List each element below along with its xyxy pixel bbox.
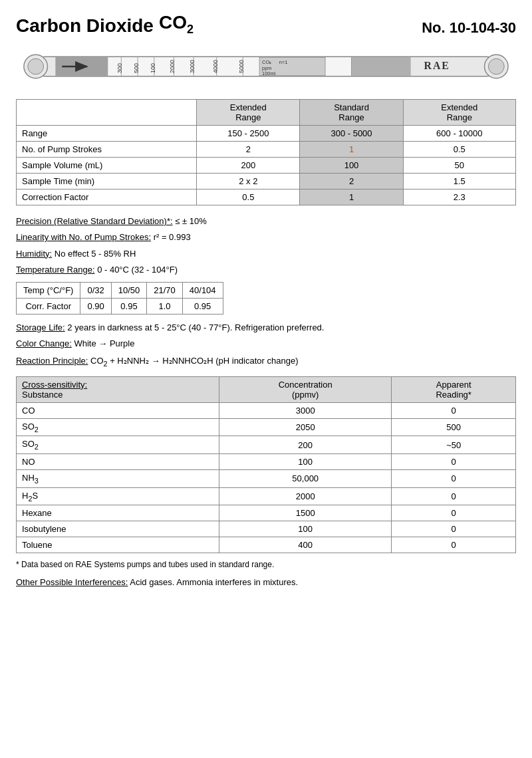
cross-reading-6: 0 [392, 505, 516, 521]
other-interferences-line: Other Possible Interferences: Acid gases… [16, 576, 516, 589]
table-row: H2S 2000 0 [17, 487, 516, 505]
table-header-empty [17, 99, 197, 125]
tube-diagram: 300 500 100 2000 3000 4000 5000 CO₂ ppm … [16, 43, 516, 90]
svg-point-29 [28, 59, 44, 74]
row-label-pump: No. of Pump Strokes [17, 141, 197, 157]
row-val-volume-3: 50 [403, 157, 515, 173]
row-val-pump-2: 1 [300, 141, 403, 157]
humidity-label: Humidity: [16, 249, 52, 259]
color-change-line: Color Change: White → Purple [16, 337, 516, 351]
corr-val-3: 0.95 [182, 298, 223, 314]
cross-header-concentration: Concentration(ppmv) [219, 376, 392, 402]
svg-text:100: 100 [150, 63, 156, 73]
footnote: * Data based on RAE Systems pumps and tu… [16, 560, 516, 569]
color-change-label: Color Change: [16, 338, 72, 348]
table-row: Sample Time (min) 2 x 2 2 1.5 [17, 173, 516, 189]
cross-reading-1: 500 [392, 418, 516, 436]
svg-rect-27 [352, 57, 411, 76]
cross-conc-1: 2050 [219, 418, 392, 436]
table-header-standard-range: StandardRange [300, 99, 403, 125]
cross-substance-4: NH3 [17, 469, 219, 487]
linearity-line: Linearity with No. of Pump Strokes: r² =… [16, 231, 516, 244]
cross-substance-5: H2S [17, 487, 219, 505]
storage-label: Storage Life: [16, 322, 65, 332]
cross-header-sublabel: Substance [22, 390, 63, 400]
cross-substance-6: Hexane [17, 505, 219, 521]
cross-reading-0: 0 [392, 402, 516, 418]
svg-point-30 [488, 59, 504, 74]
precision-line: Precision (Relative Standard Deviation)*… [16, 215, 516, 228]
table-row: Corr. Factor 0.90 0.95 1.0 0.95 [17, 298, 223, 314]
table-row: SO2 2050 500 [17, 418, 516, 436]
cross-conc-7: 100 [219, 521, 392, 537]
table-row: NH3 50,000 0 [17, 469, 516, 487]
table-row: CO 3000 0 [17, 402, 516, 418]
cross-reading-4: 0 [392, 469, 516, 487]
corr-val-0: 0.90 [80, 298, 111, 314]
tube-svg: 300 500 100 2000 3000 4000 5000 CO₂ ppm … [16, 43, 516, 90]
svg-text:300: 300 [116, 63, 123, 73]
color-change-value: White → Purple [72, 338, 135, 348]
cross-conc-8: 400 [219, 537, 392, 553]
row-label-correction: Correction Factor [17, 189, 197, 205]
svg-text:n=1: n=1 [279, 59, 288, 65]
temp-table: Temp (°C/°F) 0/32 10/50 21/70 40/104 Cor… [16, 282, 223, 315]
range-table: ExtendedRange StandardRange ExtendedRang… [16, 99, 516, 205]
row-val-time-2: 2 [300, 173, 403, 189]
temp-range-line: Temperature Range: 0 - 40°C (32 - 104°F) [16, 263, 516, 277]
reaction-label: Reaction Principle: [16, 356, 88, 366]
cross-conc-5: 2000 [219, 487, 392, 505]
cross-reading-5: 0 [392, 487, 516, 505]
cross-substance-3: NO [17, 453, 219, 469]
table-row: SO2 200 ~50 [17, 436, 516, 454]
linearity-label: Linearity with No. of Pump Strokes: [16, 232, 151, 242]
row-val-range-3: 600 - 10000 [403, 125, 515, 141]
row-val-time-1: 2 x 2 [197, 173, 300, 189]
row-val-correction-3: 2.3 [403, 189, 515, 205]
additional-specs: Storage Life: 2 years in darkness at 5 -… [16, 321, 516, 370]
row-val-pump-1: 2 [197, 141, 300, 157]
cross-reading-7: 0 [392, 521, 516, 537]
row-val-range-2: 300 - 5000 [300, 125, 403, 141]
catalog-number: No. 10-104-30 [422, 19, 516, 37]
temp-header-1: 0/32 [80, 282, 111, 298]
table-row: Isobutylene 100 0 [17, 521, 516, 537]
temp-header-4: 40/104 [182, 282, 223, 298]
svg-text:RAE: RAE [424, 60, 450, 71]
row-val-correction-2: 1 [300, 189, 403, 205]
compound-title: Carbon Dioxide CO2 [16, 12, 194, 37]
humidity-value: No effect 5 - 85% RH [52, 249, 136, 259]
compound-name: Carbon Dioxide [16, 15, 154, 37]
row-val-range-1: 150 - 2500 [197, 125, 300, 141]
cross-substance-0: CO [17, 402, 219, 418]
cross-reading-8: 0 [392, 537, 516, 553]
table-row: Sample Volume (mL) 200 100 50 [17, 157, 516, 173]
row-label-volume: Sample Volume (mL) [17, 157, 197, 173]
svg-text:5000: 5000 [238, 60, 245, 73]
svg-text:4000: 4000 [212, 60, 219, 73]
cross-conc-2: 200 [219, 436, 392, 454]
temp-range-value: 0 - 40°C (32 - 104°F) [95, 265, 178, 275]
precision-label: Precision (Relative Standard Deviation)*… [16, 216, 173, 226]
row-val-volume-2: 100 [300, 157, 403, 173]
cross-substance-2: SO2 [17, 436, 219, 454]
row-val-volume-1: 200 [197, 157, 300, 173]
table-row: Correction Factor 0.5 1 2.3 [17, 189, 516, 205]
temp-header-3: 21/70 [147, 282, 183, 298]
cross-conc-0: 3000 [219, 402, 392, 418]
cross-reading-3: 0 [392, 453, 516, 469]
humidity-line: Humidity: No effect 5 - 85% RH [16, 247, 516, 261]
reaction-line: Reaction Principle: CO2 + H₂NNH₂ → H₂NNH… [16, 354, 516, 370]
cross-conc-4: 50,000 [219, 469, 392, 487]
corr-label: Corr. Factor [17, 298, 80, 314]
cross-header-label: Cross-sensitivity: [22, 380, 87, 390]
cross-substance-7: Isobutylene [17, 521, 219, 537]
table-row: Toluene 400 0 [17, 537, 516, 553]
svg-text:100ml: 100ml [262, 70, 276, 76]
cross-header-substance: Cross-sensitivity: Substance [17, 376, 219, 402]
row-label-time: Sample Time (min) [17, 173, 197, 189]
cross-reading-2: ~50 [392, 436, 516, 454]
table-row: Hexane 1500 0 [17, 505, 516, 521]
corr-val-1: 0.95 [111, 298, 147, 314]
page-header: Carbon Dioxide CO2 No. 10-104-30 [16, 12, 516, 37]
